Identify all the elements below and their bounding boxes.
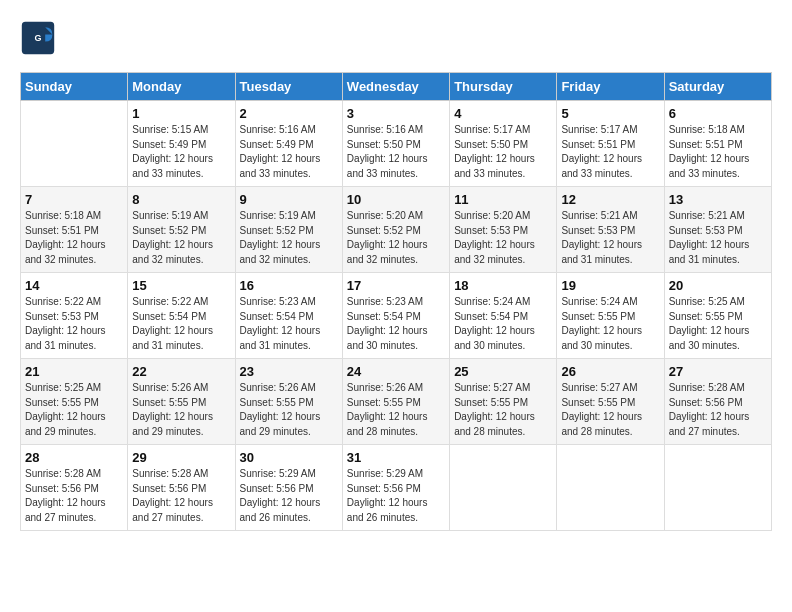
calendar-cell: 17 Sunrise: 5:23 AMSunset: 5:54 PMDaylig…	[342, 273, 449, 359]
weekday-header: Saturday	[664, 73, 771, 101]
calendar-cell: 5 Sunrise: 5:17 AMSunset: 5:51 PMDayligh…	[557, 101, 664, 187]
page-header: G	[20, 20, 772, 56]
calendar-cell: 12 Sunrise: 5:21 AMSunset: 5:53 PMDaylig…	[557, 187, 664, 273]
calendar-cell: 20 Sunrise: 5:25 AMSunset: 5:55 PMDaylig…	[664, 273, 771, 359]
day-info: Sunrise: 5:17 AMSunset: 5:51 PMDaylight:…	[561, 124, 642, 179]
calendar-cell: 21 Sunrise: 5:25 AMSunset: 5:55 PMDaylig…	[21, 359, 128, 445]
day-info: Sunrise: 5:20 AMSunset: 5:53 PMDaylight:…	[454, 210, 535, 265]
calendar-cell: 6 Sunrise: 5:18 AMSunset: 5:51 PMDayligh…	[664, 101, 771, 187]
day-number: 14	[25, 278, 123, 293]
weekday-header-row: SundayMondayTuesdayWednesdayThursdayFrid…	[21, 73, 772, 101]
day-info: Sunrise: 5:22 AMSunset: 5:53 PMDaylight:…	[25, 296, 106, 351]
calendar-cell: 18 Sunrise: 5:24 AMSunset: 5:54 PMDaylig…	[450, 273, 557, 359]
day-number: 4	[454, 106, 552, 121]
weekday-header: Thursday	[450, 73, 557, 101]
weekday-header: Sunday	[21, 73, 128, 101]
svg-text:G: G	[34, 33, 41, 43]
day-info: Sunrise: 5:24 AMSunset: 5:55 PMDaylight:…	[561, 296, 642, 351]
day-info: Sunrise: 5:23 AMSunset: 5:54 PMDaylight:…	[240, 296, 321, 351]
calendar-cell: 28 Sunrise: 5:28 AMSunset: 5:56 PMDaylig…	[21, 445, 128, 531]
day-number: 15	[132, 278, 230, 293]
calendar-cell: 1 Sunrise: 5:15 AMSunset: 5:49 PMDayligh…	[128, 101, 235, 187]
calendar-cell	[557, 445, 664, 531]
calendar-cell: 19 Sunrise: 5:24 AMSunset: 5:55 PMDaylig…	[557, 273, 664, 359]
day-number: 25	[454, 364, 552, 379]
calendar-cell: 9 Sunrise: 5:19 AMSunset: 5:52 PMDayligh…	[235, 187, 342, 273]
calendar-body: 1 Sunrise: 5:15 AMSunset: 5:49 PMDayligh…	[21, 101, 772, 531]
calendar-cell: 3 Sunrise: 5:16 AMSunset: 5:50 PMDayligh…	[342, 101, 449, 187]
weekday-header: Friday	[557, 73, 664, 101]
weekday-header: Monday	[128, 73, 235, 101]
calendar-cell: 8 Sunrise: 5:19 AMSunset: 5:52 PMDayligh…	[128, 187, 235, 273]
day-info: Sunrise: 5:16 AMSunset: 5:50 PMDaylight:…	[347, 124, 428, 179]
day-info: Sunrise: 5:26 AMSunset: 5:55 PMDaylight:…	[132, 382, 213, 437]
calendar-cell: 13 Sunrise: 5:21 AMSunset: 5:53 PMDaylig…	[664, 187, 771, 273]
calendar-cell: 29 Sunrise: 5:28 AMSunset: 5:56 PMDaylig…	[128, 445, 235, 531]
day-info: Sunrise: 5:15 AMSunset: 5:49 PMDaylight:…	[132, 124, 213, 179]
day-info: Sunrise: 5:20 AMSunset: 5:52 PMDaylight:…	[347, 210, 428, 265]
day-info: Sunrise: 5:25 AMSunset: 5:55 PMDaylight:…	[25, 382, 106, 437]
calendar-cell: 10 Sunrise: 5:20 AMSunset: 5:52 PMDaylig…	[342, 187, 449, 273]
day-number: 31	[347, 450, 445, 465]
calendar-cell: 25 Sunrise: 5:27 AMSunset: 5:55 PMDaylig…	[450, 359, 557, 445]
calendar-cell	[21, 101, 128, 187]
calendar-cell: 4 Sunrise: 5:17 AMSunset: 5:50 PMDayligh…	[450, 101, 557, 187]
day-info: Sunrise: 5:22 AMSunset: 5:54 PMDaylight:…	[132, 296, 213, 351]
day-number: 1	[132, 106, 230, 121]
calendar-week-row: 28 Sunrise: 5:28 AMSunset: 5:56 PMDaylig…	[21, 445, 772, 531]
calendar-cell: 22 Sunrise: 5:26 AMSunset: 5:55 PMDaylig…	[128, 359, 235, 445]
day-info: Sunrise: 5:23 AMSunset: 5:54 PMDaylight:…	[347, 296, 428, 351]
day-number: 27	[669, 364, 767, 379]
day-number: 5	[561, 106, 659, 121]
day-number: 28	[25, 450, 123, 465]
weekday-header: Wednesday	[342, 73, 449, 101]
logo: G	[20, 20, 62, 56]
calendar-cell: 30 Sunrise: 5:29 AMSunset: 5:56 PMDaylig…	[235, 445, 342, 531]
day-info: Sunrise: 5:25 AMSunset: 5:55 PMDaylight:…	[669, 296, 750, 351]
day-number: 2	[240, 106, 338, 121]
day-info: Sunrise: 5:17 AMSunset: 5:50 PMDaylight:…	[454, 124, 535, 179]
calendar-cell: 27 Sunrise: 5:28 AMSunset: 5:56 PMDaylig…	[664, 359, 771, 445]
day-info: Sunrise: 5:27 AMSunset: 5:55 PMDaylight:…	[454, 382, 535, 437]
logo-icon: G	[20, 20, 56, 56]
day-info: Sunrise: 5:26 AMSunset: 5:55 PMDaylight:…	[347, 382, 428, 437]
day-number: 9	[240, 192, 338, 207]
day-info: Sunrise: 5:21 AMSunset: 5:53 PMDaylight:…	[669, 210, 750, 265]
calendar-cell: 14 Sunrise: 5:22 AMSunset: 5:53 PMDaylig…	[21, 273, 128, 359]
day-number: 30	[240, 450, 338, 465]
day-info: Sunrise: 5:28 AMSunset: 5:56 PMDaylight:…	[132, 468, 213, 523]
day-number: 16	[240, 278, 338, 293]
day-info: Sunrise: 5:29 AMSunset: 5:56 PMDaylight:…	[347, 468, 428, 523]
day-number: 12	[561, 192, 659, 207]
day-info: Sunrise: 5:19 AMSunset: 5:52 PMDaylight:…	[132, 210, 213, 265]
day-info: Sunrise: 5:29 AMSunset: 5:56 PMDaylight:…	[240, 468, 321, 523]
calendar-cell: 11 Sunrise: 5:20 AMSunset: 5:53 PMDaylig…	[450, 187, 557, 273]
calendar-cell: 2 Sunrise: 5:16 AMSunset: 5:49 PMDayligh…	[235, 101, 342, 187]
calendar-cell	[450, 445, 557, 531]
day-info: Sunrise: 5:26 AMSunset: 5:55 PMDaylight:…	[240, 382, 321, 437]
day-info: Sunrise: 5:16 AMSunset: 5:49 PMDaylight:…	[240, 124, 321, 179]
calendar-cell: 26 Sunrise: 5:27 AMSunset: 5:55 PMDaylig…	[557, 359, 664, 445]
day-number: 29	[132, 450, 230, 465]
calendar-week-row: 1 Sunrise: 5:15 AMSunset: 5:49 PMDayligh…	[21, 101, 772, 187]
day-number: 18	[454, 278, 552, 293]
day-number: 17	[347, 278, 445, 293]
day-number: 10	[347, 192, 445, 207]
day-info: Sunrise: 5:18 AMSunset: 5:51 PMDaylight:…	[25, 210, 106, 265]
calendar-cell: 31 Sunrise: 5:29 AMSunset: 5:56 PMDaylig…	[342, 445, 449, 531]
day-info: Sunrise: 5:21 AMSunset: 5:53 PMDaylight:…	[561, 210, 642, 265]
calendar-week-row: 7 Sunrise: 5:18 AMSunset: 5:51 PMDayligh…	[21, 187, 772, 273]
day-number: 13	[669, 192, 767, 207]
day-number: 23	[240, 364, 338, 379]
day-number: 26	[561, 364, 659, 379]
calendar-cell: 15 Sunrise: 5:22 AMSunset: 5:54 PMDaylig…	[128, 273, 235, 359]
day-number: 20	[669, 278, 767, 293]
day-info: Sunrise: 5:18 AMSunset: 5:51 PMDaylight:…	[669, 124, 750, 179]
calendar-week-row: 14 Sunrise: 5:22 AMSunset: 5:53 PMDaylig…	[21, 273, 772, 359]
calendar-table: SundayMondayTuesdayWednesdayThursdayFrid…	[20, 72, 772, 531]
day-info: Sunrise: 5:28 AMSunset: 5:56 PMDaylight:…	[669, 382, 750, 437]
calendar-cell: 7 Sunrise: 5:18 AMSunset: 5:51 PMDayligh…	[21, 187, 128, 273]
calendar-cell	[664, 445, 771, 531]
day-info: Sunrise: 5:24 AMSunset: 5:54 PMDaylight:…	[454, 296, 535, 351]
day-number: 19	[561, 278, 659, 293]
